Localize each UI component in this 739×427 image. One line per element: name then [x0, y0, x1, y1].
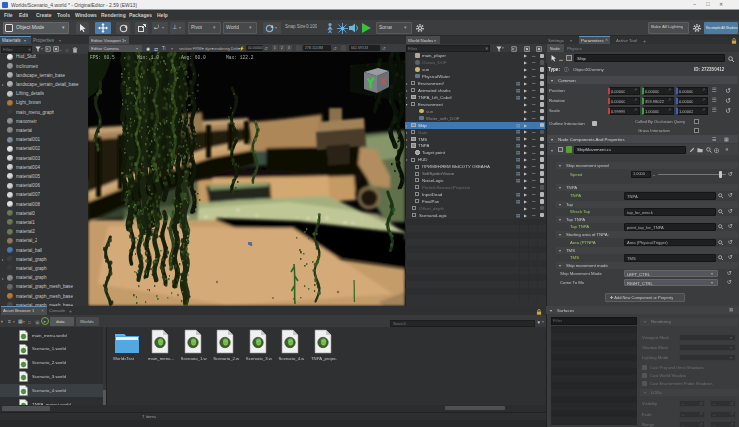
svg-text:FPS: 60.5: FPS: 60.5	[90, 55, 115, 60]
svg-text:Max: 122.2: Max: 122.2	[226, 55, 254, 60]
svg-text:Avg: 60.0: Avg: 60.0	[181, 55, 206, 60]
svg-text:Min: 1.0: Min: 1.0	[137, 55, 159, 60]
